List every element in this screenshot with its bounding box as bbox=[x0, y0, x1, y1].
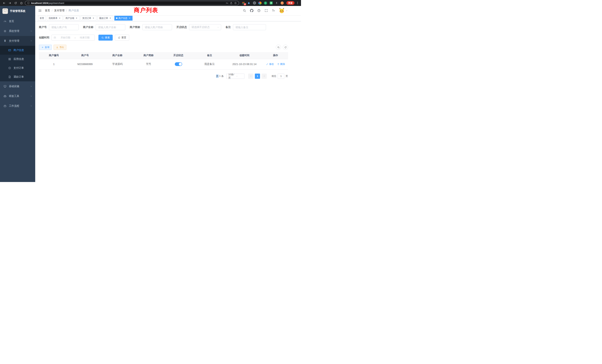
tab-payment-orders[interactable]: 支付订单× bbox=[81, 16, 96, 21]
font-size-icon[interactable] bbox=[272, 9, 275, 12]
extension-pin-icon[interactable] bbox=[275, 1, 278, 5]
toggle-search-button[interactable] bbox=[276, 45, 281, 50]
password-key-icon[interactable] bbox=[226, 2, 228, 4]
breadcrumb-payment[interactable]: 支付管理 bbox=[54, 9, 64, 12]
chevron-down-icon bbox=[30, 30, 32, 32]
fullscreen-icon[interactable] bbox=[265, 9, 268, 12]
chevron-down-icon bbox=[30, 85, 32, 87]
edit-link[interactable]: 修改 bbox=[266, 63, 274, 66]
filter-row-1: 商户号 商户全称 商户简称 开启状态 请选择开启状态 bbox=[39, 24, 288, 30]
status-toggle[interactable] bbox=[175, 62, 182, 66]
sidebar-item-refund-orders[interactable]: 退款订单 bbox=[0, 73, 35, 81]
tab-refund-orders[interactable]: 退款订单× bbox=[97, 16, 113, 21]
red-annotation-label: 商户列表 bbox=[134, 7, 158, 13]
short-name-input[interactable] bbox=[142, 24, 172, 30]
sidebar-item-workflow[interactable]: 工作流程 bbox=[0, 101, 35, 111]
browser-reload-button[interactable] bbox=[13, 1, 18, 5]
address-bar[interactable]: localhost:1024/pay/merchant bbox=[25, 1, 239, 5]
bookmark-star-icon[interactable] bbox=[234, 2, 237, 4]
browser-extensions: 10 bbox=[240, 1, 285, 5]
breadcrumb-home[interactable]: 首页 bbox=[45, 9, 50, 12]
tab-process-form[interactable]: 流程表单× bbox=[47, 16, 63, 21]
merchant-no-input[interactable] bbox=[49, 24, 79, 30]
page-size-select[interactable]: 10条/页 bbox=[226, 74, 245, 79]
browser-back-button[interactable] bbox=[2, 1, 6, 5]
close-icon[interactable]: × bbox=[58, 17, 61, 20]
browser-menu-icon[interactable] bbox=[296, 1, 299, 5]
extension-green-square-icon[interactable] bbox=[269, 1, 273, 5]
close-icon[interactable]: × bbox=[128, 17, 131, 20]
page-unit-label: 页 bbox=[286, 75, 288, 78]
cell-create-time: 2021-10-23 08:31:14 bbox=[226, 59, 263, 69]
gear-icon bbox=[3, 30, 7, 33]
full-name-input[interactable] bbox=[96, 24, 125, 30]
date-separator: - bbox=[75, 36, 75, 39]
cell-short-name: 芋艿 bbox=[134, 59, 163, 69]
extension-green-circle-icon[interactable] bbox=[264, 1, 267, 5]
page-1-button[interactable]: 1 bbox=[255, 74, 260, 79]
sidebar-item-app-info[interactable]: 应用信息 bbox=[0, 55, 35, 64]
browser-update-button[interactable]: 更新 bbox=[286, 1, 294, 5]
sidebar-item-infrastructure[interactable]: 基础设施 bbox=[0, 81, 35, 91]
github-icon[interactable] bbox=[250, 9, 253, 12]
cell-actions: 修改 删除 bbox=[263, 59, 288, 69]
prev-page-button[interactable] bbox=[248, 74, 253, 79]
help-icon[interactable] bbox=[257, 9, 261, 12]
site-info-icon[interactable] bbox=[27, 2, 30, 4]
tab-home[interactable]: 首页 bbox=[38, 16, 46, 21]
goto-page-input[interactable] bbox=[278, 74, 284, 79]
merchant-table: 商户编号 商户号 商户全称 商户简称 开启状态 备注 创建时间 操作 1 M23… bbox=[39, 52, 288, 69]
add-button[interactable]: 新增 bbox=[39, 45, 52, 50]
browser-home-button[interactable] bbox=[19, 1, 23, 5]
close-icon[interactable]: × bbox=[92, 17, 95, 20]
reset-button-label: 重置 bbox=[121, 36, 126, 39]
extension-gray-circle-icon[interactable] bbox=[253, 1, 256, 5]
close-icon[interactable]: × bbox=[109, 17, 112, 20]
sidebar-item-payment-orders[interactable]: 支付订单 bbox=[0, 64, 35, 73]
remark-input[interactable] bbox=[233, 24, 266, 30]
filter-merchant-no: 商户号 bbox=[39, 24, 79, 30]
header-search-icon[interactable] bbox=[243, 9, 246, 12]
extensions-menu-icon[interactable]: 10 bbox=[241, 1, 245, 5]
app-frame: 芋道管理系统 首页 系统管理 ¥ 支付管理 商户信息 bbox=[0, 6, 301, 182]
user-avatar-menu[interactable] bbox=[279, 8, 288, 13]
field-label: 创建时间 bbox=[39, 36, 49, 39]
delete-link[interactable]: 删除 bbox=[277, 63, 285, 66]
browser-forward-button[interactable] bbox=[8, 1, 12, 5]
status-select[interactable]: 请选择开启状态 bbox=[189, 24, 221, 30]
share-icon[interactable] bbox=[230, 2, 233, 4]
tab-user-group[interactable]: 用户分组× bbox=[64, 16, 79, 21]
extension-color-wheel-icon[interactable] bbox=[258, 1, 262, 5]
extension-drop-icon[interactable] bbox=[247, 1, 251, 5]
sidebar-item-payment[interactable]: ¥ 支付管理 bbox=[0, 36, 35, 46]
target-icon bbox=[8, 66, 11, 69]
table-toolbar: 新增 导出 bbox=[39, 45, 288, 50]
app-logo[interactable]: 芋道管理系统 bbox=[0, 6, 35, 16]
search-button[interactable]: 搜索 bbox=[98, 35, 113, 41]
chevron-down-icon bbox=[30, 105, 32, 107]
sidebar: 芋道管理系统 首页 系统管理 ¥ 支付管理 商户信息 bbox=[0, 6, 35, 182]
sidebar-item-system[interactable]: 系统管理 bbox=[0, 26, 35, 36]
export-button[interactable]: 导出 bbox=[54, 45, 66, 50]
sidebar-item-dev-tools[interactable]: 研发工具 bbox=[0, 91, 35, 101]
extension-profile-icon[interactable] bbox=[280, 1, 284, 5]
col-header-remark: 备注 bbox=[193, 52, 226, 59]
breadcrumb-current: 商户信息 bbox=[69, 9, 79, 12]
close-icon[interactable]: × bbox=[75, 17, 78, 20]
cell-full-name: 芋道源码 bbox=[101, 59, 134, 69]
reset-button[interactable]: 重置 bbox=[115, 35, 129, 41]
pagination: 共 1 条 10条/页 1 前往 页 bbox=[39, 74, 288, 79]
date-range-picker[interactable]: 开始日期 - 结束日期 bbox=[52, 35, 95, 41]
sidebar-toggle-icon[interactable] bbox=[38, 9, 42, 12]
breadcrumb-separator: / bbox=[66, 9, 67, 12]
total-prefix: 共 bbox=[216, 75, 218, 78]
refresh-button[interactable] bbox=[283, 45, 288, 50]
next-page-button[interactable] bbox=[261, 74, 267, 79]
tab-merchant-info[interactable]: 商户信息× bbox=[114, 16, 132, 21]
sidebar-item-merchant-info[interactable]: 商户信息 bbox=[0, 46, 35, 55]
sidebar-item-home[interactable]: 首页 bbox=[0, 16, 35, 26]
credit-card-icon bbox=[8, 49, 11, 52]
total-count-text: 共 1 条 bbox=[216, 75, 224, 78]
chevron-down-icon bbox=[30, 95, 32, 97]
sidebar-item-label: 工作流程 bbox=[9, 104, 19, 108]
